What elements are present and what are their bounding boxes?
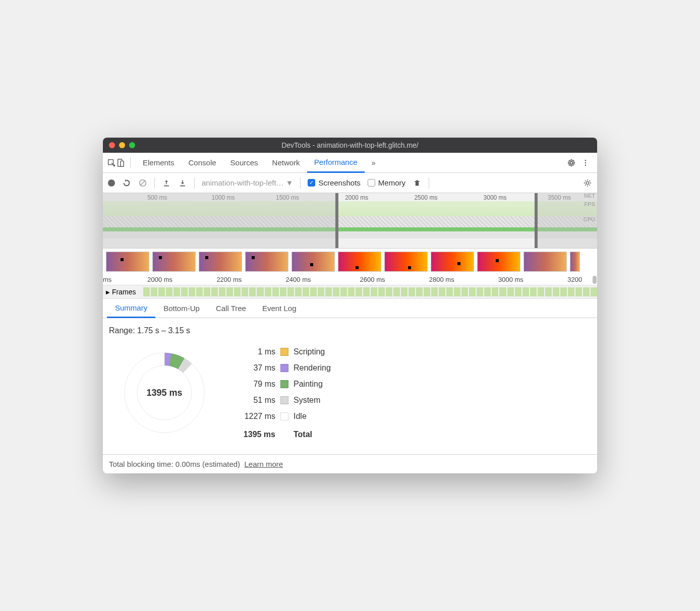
legend-label: System bbox=[294, 396, 320, 405]
record-button[interactable] bbox=[108, 179, 115, 187]
devtools-window: DevTools - animation-with-top-left.glitc… bbox=[103, 138, 597, 473]
screenshot-thumb[interactable] bbox=[523, 252, 567, 272]
frames-stripes bbox=[143, 287, 597, 296]
subtab-summary[interactable]: Summary bbox=[107, 299, 155, 318]
inspect-icon[interactable] bbox=[107, 158, 116, 167]
summary-legend: 1 msScripting37 msRendering79 msPainting… bbox=[240, 347, 331, 439]
svg-point-5 bbox=[585, 164, 587, 166]
legend-total: 1395 msTotal bbox=[240, 430, 331, 439]
donut-total: 1395 ms bbox=[119, 347, 210, 438]
legend-row: 79 msPainting bbox=[240, 380, 331, 389]
profile-dropdown-label: animation-with-top-left… bbox=[202, 178, 284, 187]
legend-ms: 1 ms bbox=[240, 347, 275, 356]
legend-row: 51 msSystem bbox=[240, 396, 331, 405]
screenshot-thumb[interactable] bbox=[152, 252, 196, 272]
upload-icon[interactable] bbox=[162, 178, 171, 188]
screenshot-thumb[interactable] bbox=[199, 252, 242, 272]
legend-ms: 1227 ms bbox=[240, 412, 275, 421]
close-button[interactable] bbox=[109, 142, 115, 148]
frames-label: Frames bbox=[112, 288, 136, 296]
legend-ms: 51 ms bbox=[240, 396, 275, 405]
memory-checkbox[interactable]: Memory bbox=[368, 178, 405, 187]
screenshots-label: Screenshots bbox=[318, 178, 360, 187]
window-controls bbox=[109, 142, 135, 148]
screenshots-checkbox[interactable]: ✓ Screenshots bbox=[308, 178, 360, 187]
performance-toolbar: animation-with-top-left… ▼ ✓ Screenshots… bbox=[103, 173, 597, 193]
svg-point-4 bbox=[585, 162, 587, 163]
screenshot-thumb[interactable] bbox=[384, 252, 428, 272]
summary-pane: Range: 1.75 s – 3.15 s 1395 ms 1 msScrip… bbox=[103, 318, 597, 454]
legend-swatch bbox=[280, 348, 288, 356]
download-icon[interactable] bbox=[178, 178, 187, 188]
maximize-button[interactable] bbox=[129, 142, 135, 148]
tab-more[interactable]: » bbox=[365, 153, 383, 172]
tbt-text: Total blocking time: 0.00ms (estimated) bbox=[109, 460, 240, 468]
legend-label: Idle bbox=[294, 412, 307, 421]
learn-more-link[interactable]: Learn more bbox=[244, 460, 283, 468]
screenshot-thumb[interactable] bbox=[245, 252, 288, 272]
legend-ms: 79 ms bbox=[240, 380, 275, 389]
svg-point-8 bbox=[586, 181, 589, 184]
detail-tabs: Summary Bottom-Up Call Tree Event Log bbox=[103, 299, 597, 318]
tab-console[interactable]: Console bbox=[182, 153, 223, 172]
screenshot-thumb[interactable] bbox=[431, 252, 474, 272]
screenshot-thumb[interactable] bbox=[106, 252, 149, 272]
legend-label: Rendering bbox=[294, 363, 331, 373]
subtab-event-log[interactable]: Event Log bbox=[254, 299, 305, 318]
triangle-right-icon: ▶ bbox=[106, 289, 110, 295]
reload-icon[interactable] bbox=[122, 178, 131, 188]
capture-settings-icon[interactable] bbox=[583, 178, 592, 188]
chevron-down-icon: ▼ bbox=[286, 178, 294, 187]
trash-icon[interactable] bbox=[413, 178, 422, 188]
device-toggle-icon[interactable] bbox=[116, 158, 125, 167]
svg-line-7 bbox=[141, 180, 145, 185]
screenshot-thumb[interactable] bbox=[291, 252, 335, 272]
svg-rect-2 bbox=[121, 161, 124, 166]
window-title: DevTools - animation-with-top-left.glitc… bbox=[103, 141, 597, 149]
overview-pane[interactable]: 500 ms 1000 ms 1500 ms 2000 ms 2500 ms 3… bbox=[103, 193, 597, 249]
titlebar: DevTools - animation-with-top-left.glitc… bbox=[103, 138, 597, 153]
tab-sources[interactable]: Sources bbox=[223, 153, 265, 172]
profile-dropdown[interactable]: animation-with-top-left… ▼ bbox=[202, 178, 293, 187]
checkbox-icon bbox=[368, 179, 375, 187]
summary-donut: 1395 ms bbox=[119, 347, 210, 438]
screenshot-thumb[interactable] bbox=[477, 252, 520, 272]
legend-swatch bbox=[280, 412, 288, 420]
footer: Total blocking time: 0.00ms (estimated) … bbox=[103, 454, 597, 473]
subtab-bottom-up[interactable]: Bottom-Up bbox=[155, 299, 208, 318]
kebab-menu-icon[interactable] bbox=[581, 158, 590, 167]
settings-icon[interactable] bbox=[567, 158, 576, 167]
legend-swatch bbox=[280, 380, 288, 388]
legend-ms: 37 ms bbox=[240, 363, 275, 373]
screenshot-thumb[interactable] bbox=[338, 252, 381, 272]
frames-row[interactable]: ▶ Frames bbox=[103, 285, 597, 299]
legend-row: 1 msScripting bbox=[240, 347, 331, 356]
range-text: Range: 1.75 s – 3.15 s bbox=[109, 326, 591, 335]
screenshot-thumb[interactable] bbox=[570, 252, 580, 272]
minimize-button[interactable] bbox=[119, 142, 125, 148]
legend-label: Painting bbox=[294, 380, 323, 389]
scrollbar-thumb[interactable] bbox=[593, 276, 597, 284]
clear-icon[interactable] bbox=[138, 178, 147, 188]
legend-swatch bbox=[280, 396, 288, 404]
screenshot-filmstrip[interactable] bbox=[103, 249, 597, 275]
legend-row: 1227 msIdle bbox=[240, 412, 331, 421]
svg-point-3 bbox=[585, 159, 587, 161]
legend-row: 37 msRendering bbox=[240, 363, 331, 373]
devtools-tabs: Elements Console Sources Network Perform… bbox=[103, 153, 597, 173]
legend-label: Scripting bbox=[294, 347, 325, 356]
memory-label: Memory bbox=[378, 178, 405, 187]
legend-swatch bbox=[280, 364, 288, 372]
subtab-call-tree[interactable]: Call Tree bbox=[208, 299, 254, 318]
checkbox-icon: ✓ bbox=[308, 179, 315, 187]
tab-elements[interactable]: Elements bbox=[136, 153, 182, 172]
tab-performance[interactable]: Performance bbox=[307, 153, 365, 173]
timeline-ticks: ms 2000 ms 2200 ms 2400 ms 2600 ms 2800 … bbox=[103, 275, 597, 285]
tab-network[interactable]: Network bbox=[265, 153, 307, 172]
